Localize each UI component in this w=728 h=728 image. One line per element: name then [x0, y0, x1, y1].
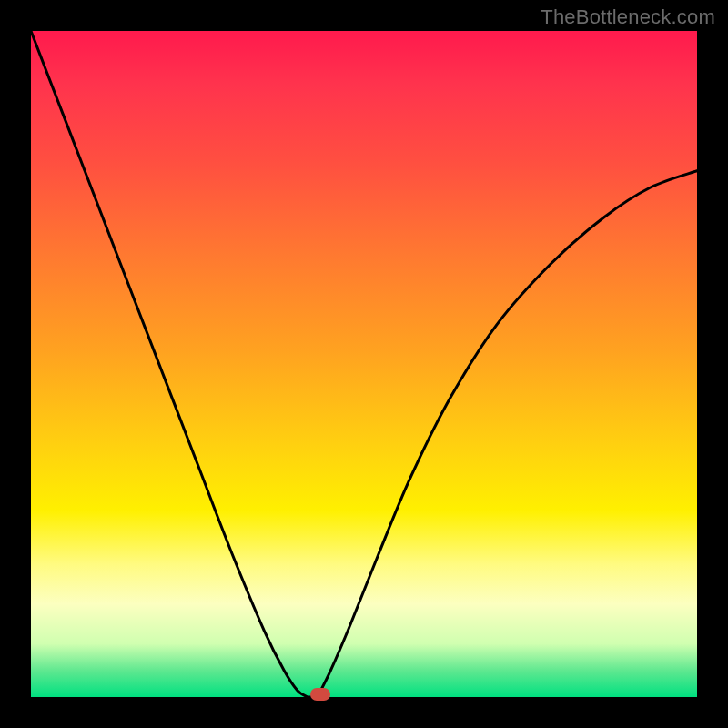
outer-frame: TheBottleneck.com: [0, 0, 728, 728]
plot-area: [31, 31, 697, 697]
optimum-marker: [310, 688, 330, 701]
bottleneck-curve: [31, 31, 697, 697]
watermark-text: TheBottleneck.com: [541, 5, 715, 29]
